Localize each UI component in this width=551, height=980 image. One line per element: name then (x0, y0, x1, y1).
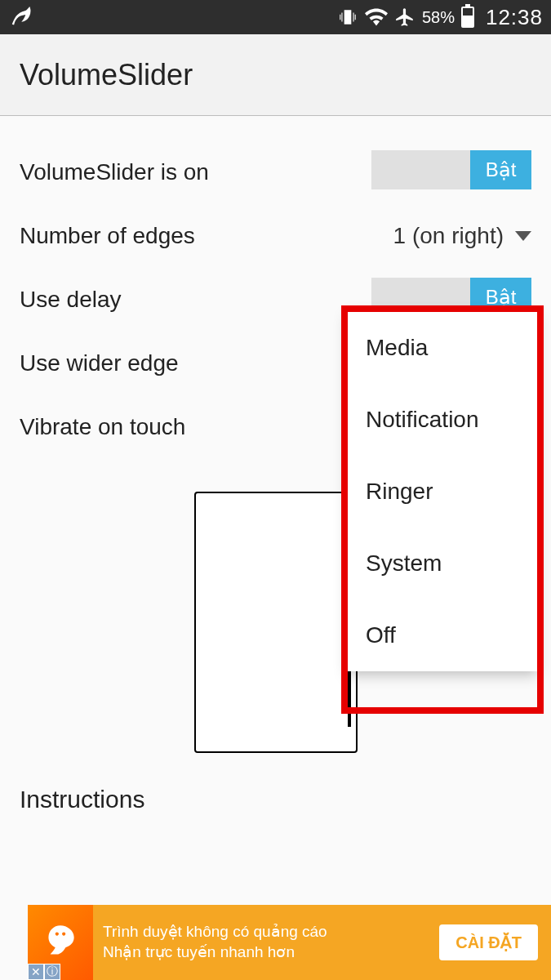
edges-value: 1 (on right) (393, 223, 504, 249)
ad-install-button[interactable]: CÀI ĐẶT (438, 923, 540, 962)
ad-info-icon[interactable]: ⓘ (44, 964, 60, 980)
instructions-heading: Instructions (0, 753, 551, 813)
dropdown-item-notification[interactable]: Notification (348, 384, 537, 456)
app-bar: VolumeSlider (0, 34, 551, 116)
toggle-use-delay[interactable]: Bật (371, 278, 531, 317)
airplane-icon (394, 7, 415, 28)
app-title: VolumeSlider (20, 58, 193, 92)
ad-text: Trình duyệt không có quảng cáo Nhận trực… (93, 922, 438, 962)
dropdown-item-media[interactable]: Media (348, 312, 537, 384)
setting-label: Use delay (20, 287, 371, 313)
setting-label: Number of edges (20, 223, 393, 249)
battery-percentage: 58% (422, 8, 455, 27)
setting-number-of-edges[interactable]: Number of edges 1 (on right) (20, 204, 531, 268)
toggle-on-label: Bật (470, 150, 531, 189)
stream-type-dropdown: Media Notification Ringer System Off (348, 312, 537, 671)
setting-volumeslider-on: VolumeSlider is on Bật (20, 140, 531, 204)
vibrate-icon (337, 7, 358, 28)
dropdown-item-ringer[interactable]: Ringer (348, 456, 537, 528)
chevron-down-icon (515, 231, 531, 241)
ad-banner[interactable]: Trình duyệt không có quảng cáo Nhận trực… (28, 905, 551, 980)
wifi-icon (365, 6, 388, 29)
ad-line1: Trình duyệt không có quảng cáo (103, 922, 438, 942)
edges-dropdown[interactable]: 1 (on right) (393, 223, 531, 249)
leaf-icon (8, 2, 33, 32)
dropdown-item-off[interactable]: Off (348, 599, 537, 671)
status-bar: 58% 12:38 (0, 0, 551, 34)
preview-phone (194, 492, 358, 753)
toggle-on-label: Bật (470, 278, 531, 317)
toggle-volumeslider-on[interactable]: Bật (371, 150, 531, 189)
ad-close-icon[interactable]: ✕ (28, 964, 44, 980)
status-time: 12:38 (486, 5, 543, 30)
ad-controls: ✕ ⓘ (28, 964, 60, 980)
battery-icon (461, 7, 474, 28)
setting-label: VolumeSlider is on (20, 159, 371, 185)
dropdown-item-system[interactable]: System (348, 528, 537, 599)
ad-line2: Nhận trực tuyến nhanh hơn (103, 942, 438, 963)
